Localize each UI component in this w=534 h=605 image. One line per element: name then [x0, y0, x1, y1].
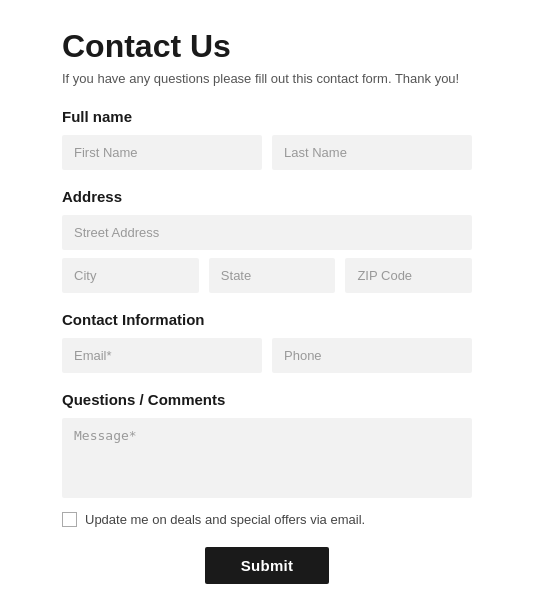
message-row [62, 418, 472, 498]
questions-section: Questions / Comments [62, 391, 472, 498]
address-section: Address [62, 188, 472, 293]
address-label: Address [62, 188, 472, 205]
email-input[interactable] [62, 338, 262, 373]
full-name-label: Full name [62, 108, 472, 125]
message-textarea[interactable] [62, 418, 472, 498]
questions-label: Questions / Comments [62, 391, 472, 408]
submit-button[interactable]: Submit [205, 547, 330, 584]
first-name-input[interactable] [62, 135, 262, 170]
checkbox-row: Update me on deals and special offers vi… [62, 512, 472, 527]
full-name-row [62, 135, 472, 170]
page-container: Contact Us If you have any questions ple… [0, 0, 534, 605]
street-row [62, 215, 472, 250]
page-title: Contact Us [62, 28, 472, 65]
state-input[interactable] [209, 258, 336, 293]
contact-info-label: Contact Information [62, 311, 472, 328]
last-name-input[interactable] [272, 135, 472, 170]
street-address-input[interactable] [62, 215, 472, 250]
email-updates-checkbox[interactable] [62, 512, 77, 527]
page-subtitle: If you have any questions please fill ou… [62, 71, 472, 86]
contact-info-section: Contact Information [62, 311, 472, 373]
city-input[interactable] [62, 258, 199, 293]
checkbox-label[interactable]: Update me on deals and special offers vi… [85, 512, 365, 527]
email-phone-row [62, 338, 472, 373]
city-state-zip-row [62, 258, 472, 293]
submit-container: Submit [62, 547, 472, 584]
full-name-section: Full name [62, 108, 472, 170]
zip-input[interactable] [345, 258, 472, 293]
phone-input[interactable] [272, 338, 472, 373]
